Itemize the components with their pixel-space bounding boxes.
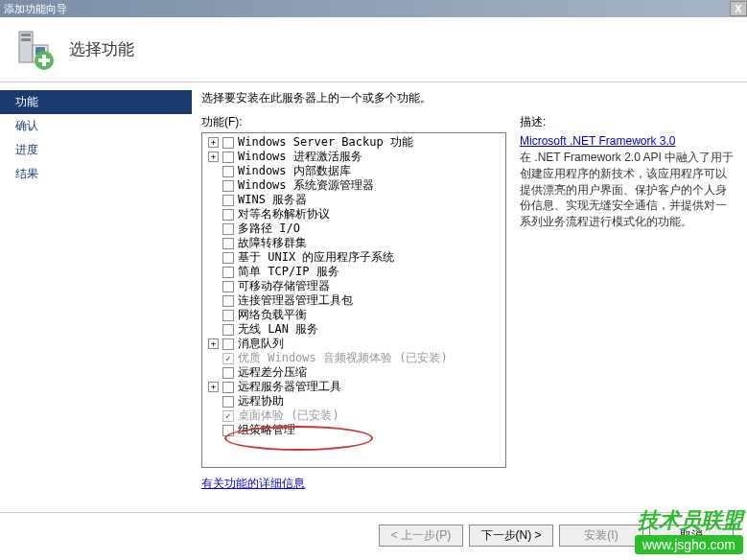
main-panel: 选择要安装在此服务器上的一个或多个功能。 功能(F): +Windows Ser…: [192, 82, 747, 512]
cancel-button[interactable]: 取消: [649, 525, 734, 547]
sidebar: 功能确认进度结果: [0, 82, 192, 512]
more-info-link[interactable]: 有关功能的详细信息: [201, 476, 305, 492]
sidebar-item-3[interactable]: 结果: [0, 162, 192, 186]
feature-item[interactable]: 远程协助: [202, 394, 505, 408]
instruction-text: 选择要安装在此服务器上的一个或多个功能。: [201, 90, 737, 106]
feature-checkbox[interactable]: [222, 195, 234, 206]
feature-checkbox[interactable]: [222, 281, 234, 292]
feature-item[interactable]: +远程服务器管理工具: [202, 380, 505, 394]
feature-checkbox[interactable]: [222, 382, 234, 393]
description-label: 描述:: [520, 114, 737, 130]
body: 功能确认进度结果 选择要安装在此服务器上的一个或多个功能。 功能(F): +Wi…: [0, 82, 747, 512]
feature-item[interactable]: 可移动存储管理器: [202, 279, 505, 293]
feature-checkbox[interactable]: [222, 338, 234, 350]
feature-item[interactable]: 组策略管理: [202, 423, 505, 437]
feature-checkbox: [222, 353, 234, 364]
wizard-icon: [10, 26, 58, 74]
feature-checkbox[interactable]: [222, 267, 234, 278]
svg-rect-1: [21, 34, 31, 36]
feature-checkbox[interactable]: [222, 310, 234, 321]
install-button[interactable]: 安装(I): [559, 525, 643, 547]
feature-item[interactable]: 连接管理器管理工具包: [202, 293, 505, 308]
feature-checkbox[interactable]: [222, 137, 234, 149]
feature-checkbox[interactable]: [222, 396, 234, 408]
feature-item[interactable]: +Windows Server Backup 功能: [202, 135, 505, 150]
feature-checkbox: [222, 410, 234, 422]
feature-checkbox[interactable]: [222, 367, 234, 379]
feature-item[interactable]: WINS 服务器: [202, 193, 505, 207]
feature-checkbox[interactable]: [222, 166, 234, 177]
next-button[interactable]: 下一步(N) >: [469, 525, 553, 547]
feature-checkbox[interactable]: [222, 223, 234, 235]
expand-icon[interactable]: +: [208, 338, 219, 349]
features-tree[interactable]: +Windows Server Backup 功能+Windows 进程激活服务…: [201, 132, 506, 468]
footer: < 上一步(P) 下一步(N) > 安装(I) 取消: [0, 512, 747, 558]
feature-checkbox[interactable]: [222, 152, 234, 163]
feature-checkbox[interactable]: [222, 252, 234, 264]
close-button[interactable]: X: [730, 1, 747, 16]
feature-item[interactable]: 对等名称解析协议: [202, 207, 505, 222]
expand-icon[interactable]: +: [208, 137, 219, 148]
feature-checkbox[interactable]: [222, 324, 234, 336]
page-title: 选择功能: [69, 38, 134, 60]
feature-item[interactable]: 远程差分压缩: [202, 365, 505, 380]
feature-item[interactable]: 多路径 I/O: [202, 222, 505, 236]
feature-checkbox[interactable]: [222, 425, 234, 436]
description-body: 在 .NET Framework 2.0 API 中融入了用于创建应用程序的新技…: [520, 150, 737, 230]
feature-item[interactable]: 网络负载平衡: [202, 308, 505, 322]
titlebar: 添加功能向导 X: [0, 0, 747, 17]
svg-rect-7: [38, 58, 50, 62]
feature-item[interactable]: 简单 TCP/IP 服务: [202, 265, 505, 279]
feature-checkbox[interactable]: [222, 295, 234, 307]
feature-item: 桌面体验 (已安装): [202, 408, 505, 423]
feature-checkbox[interactable]: [222, 238, 234, 249]
feature-item[interactable]: 基于 UNIX 的应用程序子系统: [202, 250, 505, 265]
sidebar-item-2[interactable]: 进度: [0, 138, 192, 162]
feature-checkbox[interactable]: [222, 209, 234, 221]
window-title: 添加功能向导: [4, 2, 67, 16]
feature-item[interactable]: 无线 LAN 服务: [202, 322, 505, 337]
description-link[interactable]: Microsoft .NET Framework 3.0: [520, 134, 675, 148]
svg-rect-2: [21, 38, 31, 41]
sidebar-item-0[interactable]: 功能: [0, 90, 192, 114]
feature-checkbox[interactable]: [222, 180, 234, 192]
feature-item[interactable]: Windows 内部数据库: [202, 164, 505, 178]
sidebar-item-1[interactable]: 确认: [0, 114, 192, 138]
header: 选择功能: [0, 17, 747, 82]
features-label: 功能(F):: [201, 114, 506, 130]
expand-icon[interactable]: +: [208, 382, 219, 392]
feature-label: 组策略管理: [238, 422, 295, 438]
expand-icon[interactable]: +: [208, 152, 219, 162]
feature-item: 优质 Windows 音频视频体验 (已安装): [202, 351, 505, 365]
feature-item[interactable]: +消息队列: [202, 337, 505, 351]
feature-item[interactable]: 故障转移群集: [202, 236, 505, 250]
prev-button[interactable]: < 上一步(P): [379, 525, 463, 547]
feature-item[interactable]: Windows 系统资源管理器: [202, 178, 505, 193]
description-panel: 描述: Microsoft .NET Framework 3.0 在 .NET …: [520, 114, 737, 504]
feature-item[interactable]: +Windows 进程激活服务: [202, 150, 505, 164]
